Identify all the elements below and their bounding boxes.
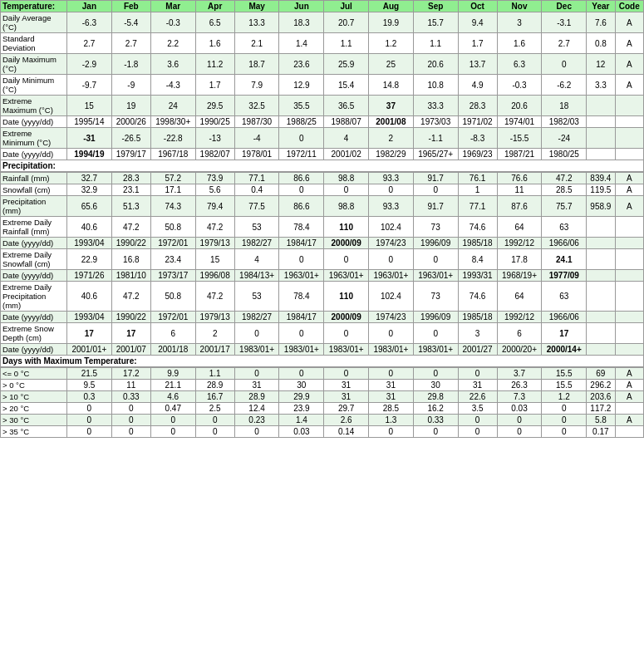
cell-value: 102.4 — [369, 282, 414, 312]
row-label: Extreme Minimum (°C) — [1, 128, 67, 149]
cell-value: 29.8 — [413, 391, 458, 403]
cell-value: 1963/01+ — [369, 270, 414, 282]
cell-value — [615, 128, 643, 149]
cell-value: 1984/17 — [279, 312, 324, 323]
cell-value: 0 — [542, 403, 587, 415]
table-row: Precipitation: — [1, 160, 644, 173]
cell-value: 203.6 — [587, 391, 615, 403]
table-row: > 30 °C00000.231.42.61.30.330005.8A — [1, 415, 644, 426]
cell-value: 1.4 — [279, 33, 324, 54]
cell-value: 0 — [67, 426, 112, 438]
table-row: Rainfall (mm)32.728.357.273.977.186.698.… — [1, 172, 644, 184]
cell-value — [615, 312, 643, 323]
cell-value: 5.8 — [587, 415, 615, 426]
cell-value: 2.7 — [67, 33, 112, 54]
row-label: Date (yyyy/dd) — [1, 149, 67, 160]
may-header: May — [234, 1, 279, 12]
cell-value: 32.5 — [234, 96, 279, 116]
table-row: Date (yyyy/dd)1993/041990/221972/011979/… — [1, 238, 644, 249]
cell-value: 0 — [234, 323, 279, 344]
cell-value: 9.4 — [458, 12, 497, 33]
cell-value: 2000/14+ — [542, 344, 587, 356]
cell-value: 74.6 — [458, 217, 497, 238]
cell-value: 3.7 — [497, 367, 542, 380]
cell-value: 0 — [497, 415, 542, 426]
cell-value: 0 — [369, 367, 414, 380]
cell-value: 1969/23 — [458, 149, 497, 160]
cell-value: 1983/01+ — [369, 344, 414, 356]
cell-value: 30 — [413, 380, 458, 391]
cell-value: 0 — [324, 367, 369, 380]
cell-value: 0 — [279, 323, 324, 344]
cell-value: 47.2 — [195, 217, 234, 238]
cell-value: 15.4 — [324, 75, 369, 96]
cell-value: 1988/07 — [324, 116, 369, 128]
cell-value: 23.4 — [150, 249, 195, 270]
cell-value: 75.7 — [542, 196, 587, 217]
cell-value: 1985/18 — [458, 238, 497, 249]
cell-value: 1973/03 — [413, 116, 458, 128]
cell-value: 2.7 — [542, 33, 587, 54]
cell-value: 8.4 — [458, 249, 497, 270]
cell-value: 16.2 — [413, 403, 458, 415]
cell-value: 1 — [458, 184, 497, 196]
cell-value: 37 — [369, 96, 414, 116]
cell-value: 1979/13 — [195, 312, 234, 323]
cell-value: A — [615, 380, 643, 391]
column-headers: Temperature: Jan Feb Mar Apr May Jun Jul… — [1, 1, 644, 12]
cell-value: 18 — [542, 96, 587, 116]
cell-value: 28.5 — [369, 403, 414, 415]
cell-value: 0 — [67, 415, 112, 426]
cell-value: 1978/01 — [234, 149, 279, 160]
cell-value: 0.03 — [279, 426, 324, 438]
cell-value: 1983/01+ — [279, 344, 324, 356]
row-label: > 20 °C — [1, 403, 67, 415]
row-label: Extreme Daily Precipitation (mm) — [1, 282, 67, 312]
cell-value: -3.1 — [542, 12, 587, 33]
table-row: Extreme Snow Depth (cm)171762000003617 — [1, 323, 644, 344]
table-row: Date (yyyy/dd)1994/191979/171967/181982/… — [1, 149, 644, 160]
cell-value: 11.2 — [195, 54, 234, 75]
cell-value: 40.6 — [67, 282, 112, 312]
cell-value: 0 — [195, 426, 234, 438]
cell-value: 1984/13+ — [234, 270, 279, 282]
row-label: Standard Deviation — [1, 33, 67, 54]
cell-value: 0 — [413, 249, 458, 270]
table-row: Daily Minimum (°C)-9.7-9-4.31.77.912.915… — [1, 75, 644, 96]
cell-value: 1972/01 — [150, 312, 195, 323]
cell-value: 0 — [324, 184, 369, 196]
cell-value: 76.6 — [497, 172, 542, 184]
cell-value: 0 — [497, 426, 542, 438]
cell-value: 1.1 — [324, 33, 369, 54]
cell-value: 1.2 — [369, 33, 414, 54]
cell-value: 0 — [369, 426, 414, 438]
cell-value: 0 — [413, 367, 458, 380]
cell-value: 0 — [542, 415, 587, 426]
cell-value: 23.9 — [279, 403, 324, 415]
cell-value: 19 — [111, 96, 150, 116]
table-row: Extreme Daily Precipitation (mm)40.647.2… — [1, 282, 644, 312]
cell-value: -9.7 — [67, 75, 112, 96]
cell-value: -6.2 — [542, 75, 587, 96]
cell-value: 1971/26 — [67, 270, 112, 282]
cell-value: 1967/18 — [150, 149, 195, 160]
cell-value: 2.5 — [195, 403, 234, 415]
cell-value: 1979/17 — [111, 149, 150, 160]
cell-value: 110 — [324, 217, 369, 238]
cell-value: A — [615, 196, 643, 217]
cell-value: 1979/13 — [195, 238, 234, 249]
jan-header: Jan — [67, 1, 112, 12]
row-label: Extreme Daily Snowfall (cm) — [1, 249, 67, 270]
row-label: Daily Maximum (°C) — [1, 54, 67, 75]
cell-value: 24.1 — [542, 249, 587, 270]
row-label: > 35 °C — [1, 426, 67, 438]
cell-value: 20.6 — [497, 96, 542, 116]
cell-value: 1.3 — [369, 415, 414, 426]
cell-value: -8.3 — [458, 128, 497, 149]
cell-value: A — [615, 367, 643, 380]
cell-value: 3.6 — [150, 54, 195, 75]
cell-value: 57.2 — [150, 172, 195, 184]
cell-value: 15.5 — [542, 367, 587, 380]
cell-value: 1963/01+ — [324, 270, 369, 282]
cell-value: 15.7 — [413, 12, 458, 33]
